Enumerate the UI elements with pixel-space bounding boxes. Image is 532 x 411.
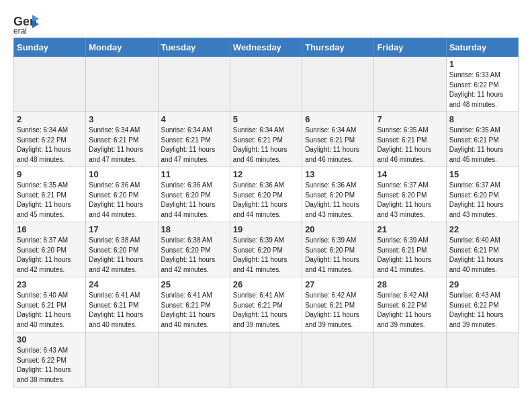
day-number: 6 <box>305 114 371 124</box>
calendar-cell: 6Sunrise: 6:34 AM Sunset: 6:21 PM Daylig… <box>302 112 374 167</box>
calendar-cell: 23Sunrise: 6:40 AM Sunset: 6:21 PM Dayli… <box>14 277 86 332</box>
day-info: Sunrise: 6:34 AM Sunset: 6:21 PM Dayligh… <box>233 126 299 165</box>
day-info: Sunrise: 6:38 AM Sunset: 6:20 PM Dayligh… <box>89 236 154 275</box>
day-info: Sunrise: 6:43 AM Sunset: 6:22 PM Dayligh… <box>17 346 83 385</box>
day-number: 18 <box>161 224 227 234</box>
day-info: Sunrise: 6:41 AM Sunset: 6:21 PM Dayligh… <box>89 291 154 330</box>
day-number: 21 <box>377 224 443 234</box>
calendar-cell: 16Sunrise: 6:37 AM Sunset: 6:20 PM Dayli… <box>14 222 86 277</box>
day-number: 16 <box>17 224 83 234</box>
weekday-header: Wednesday <box>230 38 302 57</box>
day-number: 10 <box>89 169 154 179</box>
day-info: Sunrise: 6:35 AM Sunset: 6:21 PM Dayligh… <box>17 181 83 220</box>
day-info: Sunrise: 6:43 AM Sunset: 6:22 PM Dayligh… <box>449 291 515 330</box>
day-info: Sunrise: 6:34 AM Sunset: 6:21 PM Dayligh… <box>161 126 227 165</box>
day-info: Sunrise: 6:42 AM Sunset: 6:21 PM Dayligh… <box>305 291 371 330</box>
calendar-body: 1Sunrise: 6:33 AM Sunset: 6:22 PM Daylig… <box>14 57 519 387</box>
day-info: Sunrise: 6:33 AM Sunset: 6:22 PM Dayligh… <box>449 71 515 109</box>
calendar: SundayMondayTuesdayWednesdayThursdayFrid… <box>13 38 519 387</box>
calendar-cell: 22Sunrise: 6:40 AM Sunset: 6:21 PM Dayli… <box>446 222 518 277</box>
day-number: 9 <box>17 169 83 179</box>
calendar-week: 16Sunrise: 6:37 AM Sunset: 6:20 PM Dayli… <box>14 222 519 277</box>
day-info: Sunrise: 6:36 AM Sunset: 6:20 PM Dayligh… <box>89 181 154 220</box>
calendar-cell <box>302 57 374 112</box>
day-number: 24 <box>89 279 154 289</box>
calendar-cell: 5Sunrise: 6:34 AM Sunset: 6:21 PM Daylig… <box>230 112 302 167</box>
calendar-cell: 29Sunrise: 6:43 AM Sunset: 6:22 PM Dayli… <box>446 277 518 332</box>
calendar-cell <box>14 57 86 112</box>
day-number: 11 <box>161 169 227 179</box>
calendar-cell: 24Sunrise: 6:41 AM Sunset: 6:21 PM Dayli… <box>86 277 158 332</box>
calendar-cell: 14Sunrise: 6:37 AM Sunset: 6:20 PM Dayli… <box>374 167 446 222</box>
day-info: Sunrise: 6:37 AM Sunset: 6:20 PM Dayligh… <box>377 181 443 220</box>
weekday-header: Saturday <box>446 38 518 57</box>
calendar-week: 1Sunrise: 6:33 AM Sunset: 6:22 PM Daylig… <box>14 57 519 112</box>
calendar-cell: 27Sunrise: 6:42 AM Sunset: 6:21 PM Dayli… <box>302 277 374 332</box>
day-info: Sunrise: 6:34 AM Sunset: 6:21 PM Dayligh… <box>89 126 154 165</box>
day-info: Sunrise: 6:42 AM Sunset: 6:22 PM Dayligh… <box>377 291 443 330</box>
day-info: Sunrise: 6:38 AM Sunset: 6:20 PM Dayligh… <box>161 236 227 275</box>
calendar-cell: 17Sunrise: 6:38 AM Sunset: 6:20 PM Dayli… <box>86 222 158 277</box>
svg-text:eral: eral <box>13 26 27 34</box>
logo: Gen eral <box>13 13 43 34</box>
day-number: 1 <box>449 59 515 69</box>
day-info: Sunrise: 6:39 AM Sunset: 6:21 PM Dayligh… <box>377 236 443 275</box>
calendar-cell: 19Sunrise: 6:39 AM Sunset: 6:20 PM Dayli… <box>230 222 302 277</box>
day-number: 19 <box>233 224 299 234</box>
calendar-cell: 20Sunrise: 6:39 AM Sunset: 6:20 PM Dayli… <box>302 222 374 277</box>
weekday-header: Sunday <box>14 38 86 57</box>
calendar-cell <box>86 332 158 387</box>
day-info: Sunrise: 6:41 AM Sunset: 6:21 PM Dayligh… <box>161 291 227 330</box>
day-info: Sunrise: 6:37 AM Sunset: 6:20 PM Dayligh… <box>449 181 515 220</box>
calendar-cell: 4Sunrise: 6:34 AM Sunset: 6:21 PM Daylig… <box>158 112 230 167</box>
calendar-week: 2Sunrise: 6:34 AM Sunset: 6:22 PM Daylig… <box>14 112 519 167</box>
day-info: Sunrise: 6:40 AM Sunset: 6:21 PM Dayligh… <box>449 236 515 275</box>
day-number: 30 <box>17 334 83 345</box>
calendar-cell <box>302 332 374 387</box>
header: Gen eral <box>13 13 519 34</box>
weekday-header: Tuesday <box>158 38 230 57</box>
day-info: Sunrise: 6:36 AM Sunset: 6:20 PM Dayligh… <box>161 181 227 220</box>
calendar-cell: 15Sunrise: 6:37 AM Sunset: 6:20 PM Dayli… <box>446 167 518 222</box>
day-number: 7 <box>377 114 443 124</box>
calendar-cell <box>158 57 230 112</box>
calendar-cell: 28Sunrise: 6:42 AM Sunset: 6:22 PM Dayli… <box>374 277 446 332</box>
weekday-header: Friday <box>374 38 446 57</box>
calendar-cell: 25Sunrise: 6:41 AM Sunset: 6:21 PM Dayli… <box>158 277 230 332</box>
calendar-cell: 13Sunrise: 6:36 AM Sunset: 6:20 PM Dayli… <box>302 167 374 222</box>
day-info: Sunrise: 6:39 AM Sunset: 6:20 PM Dayligh… <box>233 236 299 275</box>
calendar-cell: 2Sunrise: 6:34 AM Sunset: 6:22 PM Daylig… <box>14 112 86 167</box>
day-info: Sunrise: 6:34 AM Sunset: 6:22 PM Dayligh… <box>17 126 83 165</box>
day-number: 29 <box>449 279 515 289</box>
logo-icon: Gen eral <box>13 13 39 34</box>
day-info: Sunrise: 6:36 AM Sunset: 6:20 PM Dayligh… <box>233 181 299 220</box>
day-number: 14 <box>377 169 443 179</box>
day-number: 22 <box>449 224 515 234</box>
calendar-week: 30Sunrise: 6:43 AM Sunset: 6:22 PM Dayli… <box>14 332 519 387</box>
calendar-cell: 7Sunrise: 6:35 AM Sunset: 6:21 PM Daylig… <box>374 112 446 167</box>
day-info: Sunrise: 6:39 AM Sunset: 6:20 PM Dayligh… <box>305 236 371 275</box>
day-info: Sunrise: 6:41 AM Sunset: 6:21 PM Dayligh… <box>233 291 299 330</box>
calendar-cell <box>446 332 518 387</box>
day-info: Sunrise: 6:37 AM Sunset: 6:20 PM Dayligh… <box>17 236 83 275</box>
day-info: Sunrise: 6:36 AM Sunset: 6:20 PM Dayligh… <box>305 181 371 220</box>
weekday-header: Thursday <box>302 38 374 57</box>
calendar-cell <box>230 57 302 112</box>
day-info: Sunrise: 6:34 AM Sunset: 6:21 PM Dayligh… <box>305 126 371 165</box>
calendar-cell <box>374 57 446 112</box>
page: Gen eral SundayMondayTuesdayWednesdayThu… <box>0 0 532 394</box>
day-info: Sunrise: 6:35 AM Sunset: 6:21 PM Dayligh… <box>377 126 443 165</box>
day-number: 17 <box>89 224 154 234</box>
calendar-cell <box>230 332 302 387</box>
calendar-cell: 10Sunrise: 6:36 AM Sunset: 6:20 PM Dayli… <box>86 167 158 222</box>
calendar-week: 9Sunrise: 6:35 AM Sunset: 6:21 PM Daylig… <box>14 167 519 222</box>
calendar-cell <box>158 332 230 387</box>
calendar-cell <box>86 57 158 112</box>
calendar-cell: 8Sunrise: 6:35 AM Sunset: 6:21 PM Daylig… <box>446 112 518 167</box>
day-number: 26 <box>233 279 299 289</box>
day-number: 27 <box>305 279 371 289</box>
calendar-cell: 9Sunrise: 6:35 AM Sunset: 6:21 PM Daylig… <box>14 167 86 222</box>
day-number: 23 <box>17 279 83 289</box>
calendar-cell: 26Sunrise: 6:41 AM Sunset: 6:21 PM Dayli… <box>230 277 302 332</box>
day-number: 5 <box>233 114 299 124</box>
